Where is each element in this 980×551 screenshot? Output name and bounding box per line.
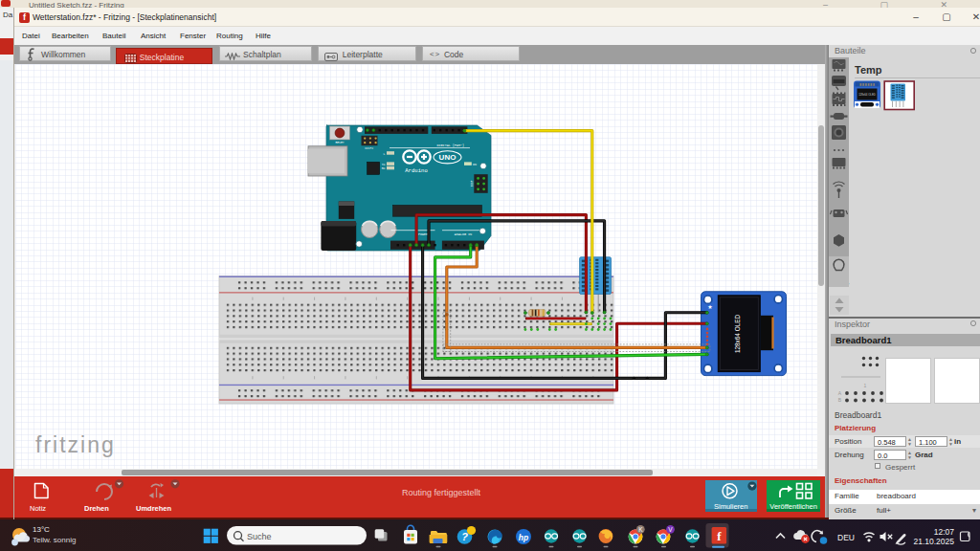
svg-text:V: V [668,526,673,533]
svg-text:ANALOG IN: ANALOG IN [455,232,472,236]
svg-text:DEU: DEU [837,532,855,541]
svg-text:DISP: DISP [471,180,474,187]
svg-text:Arduino: Arduino [405,167,428,174]
svg-text:8 8 8 8 8 8: 8 8 8 8 8 8 [859,83,875,87]
svg-text:RESET: RESET [335,142,344,144]
svg-text:TX: TX [382,163,386,166]
svg-text:hp: hp [519,532,528,541]
svg-text:L: L [384,152,386,156]
svg-text:POWER: POWER [418,232,428,236]
svg-text:★: ★ [707,304,712,310]
svg-text:128x64 OLED: 128x64 OLED [734,315,741,354]
svg-text:B: B [838,397,842,403]
svg-text:128x64 OLED: 128x64 OLED [858,93,876,97]
svg-text:A: A [838,390,842,396]
svg-text:ICSP2: ICSP2 [365,147,373,150]
svg-text:12:07: 12:07 [934,526,955,536]
svg-text:1: 1 [864,383,867,388]
svg-text:fritzing: fritzing [35,432,116,457]
svg-text:f: f [717,529,722,543]
svg-text:ON: ON [473,163,477,166]
svg-text:?: ? [461,531,468,542]
svg-text:RX: RX [382,166,386,170]
svg-text:DIGITAL (PWM~): DIGITAL (PWM~) [437,143,465,147]
svg-text:K: K [638,526,643,533]
svg-text:21.10.2025: 21.10.2025 [913,537,954,546]
svg-text:UNO: UNO [439,153,457,162]
